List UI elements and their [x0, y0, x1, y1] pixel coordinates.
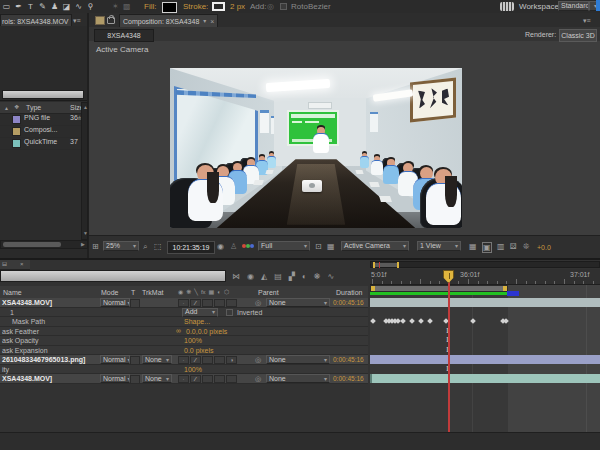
comp-mini-flowchart-icon[interactable]: ⋈ — [232, 272, 240, 281]
pixel-aspect-icon[interactable]: ▥ — [497, 242, 505, 251]
trkmat-column-header[interactable]: TrkMat — [142, 288, 164, 298]
scroll-right-icon[interactable]: ▶ — [81, 242, 85, 247]
rotobezier-checkbox[interactable] — [280, 3, 287, 10]
safe-margins-icon[interactable]: ⬚ — [154, 242, 162, 251]
blend-mode-select[interactable]: Normal▾ — [100, 374, 130, 383]
name-column-header[interactable]: Name — [3, 288, 22, 298]
preserve-transparency-toggle[interactable] — [130, 375, 140, 384]
favorites-star-icon[interactable]: ✶ — [112, 2, 119, 11]
timeline-row[interactable]: 1Add▾Inverted — [0, 308, 368, 318]
parent-pickwhip-icon[interactable]: ◎ — [255, 299, 261, 306]
composition-tab[interactable]: Composition: 8XSA4348 ▾ × — [119, 14, 218, 27]
lock-icon[interactable] — [107, 17, 115, 24]
pen-tool-icon[interactable]: ✒ — [14, 1, 23, 12]
roi-icon[interactable]: ⊡ — [315, 242, 322, 251]
inverted-checkbox[interactable] — [226, 309, 233, 316]
magnification-select[interactable]: 25% ▾ — [103, 241, 139, 251]
parent-select[interactable]: None▾ — [266, 355, 330, 364]
label-tag-icon[interactable]: ❖ — [14, 103, 19, 112]
eraser-tool-icon[interactable]: ◪ — [62, 1, 71, 12]
viewer-tab[interactable]: 8XSA4348 — [94, 29, 154, 42]
scroll-thumb[interactable] — [3, 242, 61, 247]
duration-value[interactable]: 0:00:45:16 — [333, 356, 364, 363]
project-vertical-scrollbar[interactable]: ▲ ▼ — [81, 102, 88, 240]
current-time-indicator-line[interactable] — [448, 282, 450, 432]
favorites-box-icon[interactable]: ▩ — [123, 2, 131, 11]
property-value[interactable]: 100% — [184, 337, 202, 344]
t-column-header[interactable]: T — [131, 288, 135, 298]
time-ruler[interactable]: 5:01f 36:01f 37:01f — [370, 269, 600, 285]
camera-view-select[interactable]: Active Camera ▾ — [341, 241, 409, 251]
fill-swatch[interactable] — [162, 2, 177, 13]
keyboard-shortcuts-icon[interactable] — [500, 2, 514, 11]
layer-switch[interactable] — [214, 356, 225, 364]
property-value[interactable]: 0.0,0.0 pixels — [186, 328, 227, 335]
current-timecode[interactable]: 10:21:35:19 — [167, 241, 215, 254]
tab-dropdown-icon[interactable]: ▾ — [203, 17, 206, 26]
stroke-swatch[interactable] — [212, 2, 225, 11]
feather-link-icon[interactable]: ∞ — [176, 327, 181, 334]
layer-switch[interactable]: ∕ — [190, 375, 201, 383]
layer-switch[interactable] — [226, 375, 237, 383]
motion-blur-icon[interactable]: ◐ — [302, 272, 307, 281]
timeline-search-input[interactable] — [0, 270, 226, 282]
add-mode-icon[interactable]: ◎ — [267, 2, 274, 11]
grid-guides-icon[interactable]: ▦ — [469, 242, 477, 251]
exposure-value[interactable]: +0.0 — [537, 243, 551, 253]
type-column-header[interactable]: Type — [26, 103, 41, 113]
parent-select[interactable]: None▾ — [266, 374, 330, 383]
puppet-pin-tool-icon[interactable]: ⚲ — [86, 1, 95, 12]
zoom-region-icon[interactable]: ⌕ — [143, 242, 147, 251]
mode-column-header[interactable]: Mode — [101, 288, 119, 298]
layer-switch[interactable] — [202, 299, 213, 307]
layer-switch[interactable] — [226, 299, 237, 307]
timeline-tab-close-icon[interactable]: × — [20, 260, 24, 269]
rect-tool-icon[interactable]: ▭ — [2, 1, 11, 12]
mask-blend-select[interactable]: Add▾ — [182, 308, 218, 317]
layer-switch[interactable]: · — [178, 356, 189, 364]
clone-stamp-tool-icon[interactable]: ♟ — [50, 1, 59, 12]
workspace-select[interactable]: Standard — [558, 1, 589, 11]
type-tool-icon[interactable]: T — [26, 1, 35, 12]
timeline-row[interactable]: XSA4348.MOV]Normal▾None▾·∕◎None▾0:00:45:… — [0, 374, 368, 384]
scroll-up-icon[interactable]: ▲ — [83, 105, 88, 110]
layer-switch[interactable]: · — [178, 299, 189, 307]
renderer-button[interactable]: Classic 3D — [559, 29, 597, 42]
layer-switch[interactable] — [214, 375, 225, 383]
blend-mode-select[interactable]: Normal▾ — [100, 298, 130, 307]
show-snapshot-icon[interactable]: ♙ — [230, 242, 237, 251]
layer-switch[interactable]: ∕ — [190, 299, 201, 307]
layer-switch[interactable] — [202, 356, 213, 364]
snapshot-icon[interactable]: ◉ — [217, 242, 224, 251]
property-value[interactable]: 100% — [184, 366, 202, 373]
tab-close-icon[interactable]: × — [210, 17, 214, 26]
layer-bar[interactable] — [370, 298, 600, 307]
blend-mode-select[interactable]: Normal▾ — [100, 355, 130, 364]
timeline-row[interactable]: XSA4348.MOV]Normal▾·∕◎None▾0:00:45:16 — [0, 298, 368, 308]
resolution-select[interactable]: Full ▾ — [258, 241, 310, 251]
panel-menu-icon[interactable]: ▾≡ — [73, 16, 81, 25]
channels-icon[interactable] — [242, 244, 254, 250]
preview-toggle-icon[interactable]: ⊞ — [92, 242, 99, 251]
comp-panel-menu-icon[interactable]: ▾≡ — [583, 16, 591, 25]
timeline-row[interactable]: ask Expansion0.0 pixelsI — [0, 346, 368, 356]
layer-switch[interactable] — [202, 375, 213, 383]
hide-shy-icon[interactable]: ▤ — [274, 272, 282, 281]
duration-column-header[interactable]: Duration — [336, 288, 362, 298]
layer-bar[interactable] — [370, 374, 600, 383]
property-value[interactable]: 0.0 pixels — [184, 347, 214, 354]
roto-brush-tool-icon[interactable]: ∿ — [74, 1, 83, 12]
brainstorm-icon[interactable]: ❋ — [314, 272, 321, 281]
view-layout-select[interactable]: 1 View ▾ — [417, 241, 461, 251]
work-area-start-handle[interactable] — [371, 286, 375, 291]
current-view-icon[interactable]: ▣ — [482, 242, 492, 253]
timeline-tab[interactable]: ⊟ × — [0, 260, 30, 270]
timeline-row[interactable]: ask Opacity100%I — [0, 336, 368, 346]
stroke-width-value[interactable]: 2 px — [230, 2, 245, 12]
project-horizontal-scrollbar[interactable]: ▶ — [0, 240, 88, 249]
mini-flowchart-icon[interactable]: ⚄ — [510, 242, 517, 251]
duration-value[interactable]: 0:00:45:16 — [333, 375, 364, 382]
frame-blend-icon[interactable]: ▞ — [289, 272, 295, 281]
draft-3d-icon[interactable]: ◭ — [261, 272, 267, 281]
layer-switch[interactable]: · — [178, 375, 189, 383]
